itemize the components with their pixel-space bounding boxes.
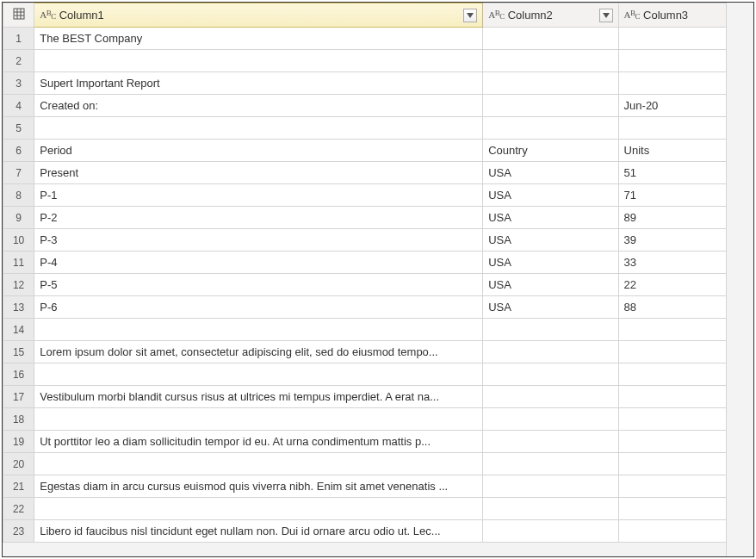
data-cell[interactable] xyxy=(483,319,618,341)
data-cell[interactable]: USA xyxy=(483,184,618,207)
row-number-cell[interactable]: 18 xyxy=(3,408,34,431)
data-cell[interactable]: Libero id faucibus nisl tincidunt eget n… xyxy=(34,520,483,543)
data-cell[interactable]: USA xyxy=(483,162,618,184)
row-number-cell[interactable]: 10 xyxy=(3,229,34,252)
data-cell[interactable]: Created on: xyxy=(34,95,483,117)
data-cell[interactable]: Supert Important Report xyxy=(34,72,483,95)
data-cell[interactable]: Egestas diam in arcu cursus euismod quis… xyxy=(34,475,483,498)
select-all-corner[interactable] xyxy=(3,3,34,28)
row-number-cell[interactable]: 8 xyxy=(3,184,34,207)
data-cell[interactable] xyxy=(483,431,618,453)
table-row[interactable]: 19Ut porttitor leo a diam sollicitudin t… xyxy=(3,431,753,453)
data-cell[interactable]: P-5 xyxy=(34,274,483,296)
table-row[interactable]: 17Vestibulum morbi blandit cursus risus … xyxy=(3,386,753,408)
row-number-cell[interactable]: 4 xyxy=(3,95,34,117)
data-cell[interactable]: Lorem ipsum dolor sit amet, consectetur … xyxy=(34,341,483,363)
data-cell[interactable] xyxy=(34,453,483,475)
data-cell[interactable]: USA xyxy=(483,229,618,252)
data-cell[interactable]: Ut porttitor leo a diam sollicitudin tem… xyxy=(34,431,483,453)
table-row[interactable]: 7PresentUSA51 xyxy=(3,162,753,184)
table-row[interactable]: 21Egestas diam in arcu cursus euismod qu… xyxy=(3,475,753,498)
row-number-cell[interactable]: 5 xyxy=(3,117,34,140)
table-row[interactable]: 3Supert Important Report xyxy=(3,72,753,95)
data-cell[interactable] xyxy=(483,386,618,408)
data-cell[interactable] xyxy=(483,475,618,498)
data-cell[interactable] xyxy=(483,28,618,50)
table-row[interactable]: 1The BEST Company xyxy=(3,28,753,50)
data-cell[interactable] xyxy=(483,520,618,543)
row-number-cell[interactable]: 20 xyxy=(3,453,34,475)
data-cell[interactable]: USA xyxy=(483,207,618,229)
data-cell[interactable]: Present xyxy=(34,162,483,184)
data-cell[interactable] xyxy=(483,363,618,386)
row-number-cell[interactable]: 15 xyxy=(3,341,34,363)
row-number-cell[interactable]: 19 xyxy=(3,431,34,453)
row-number-cell[interactable]: 12 xyxy=(3,274,34,296)
row-number-cell[interactable]: 23 xyxy=(3,520,34,543)
table-row[interactable]: 10P-3USA39 xyxy=(3,229,753,252)
table-row[interactable]: 20 xyxy=(3,453,753,475)
data-cell[interactable] xyxy=(34,408,483,431)
table-row[interactable]: 4Created on:Jun-20 xyxy=(3,95,753,117)
row-number-cell[interactable]: 13 xyxy=(3,296,34,319)
filter-dropdown-button[interactable] xyxy=(599,9,613,22)
data-cell[interactable]: P-2 xyxy=(34,207,483,229)
table-row[interactable]: 18 xyxy=(3,408,753,431)
row-number-cell[interactable]: 2 xyxy=(3,50,34,72)
row-number-cell[interactable]: 17 xyxy=(3,386,34,408)
data-cell[interactable]: The BEST Company xyxy=(34,28,483,50)
table-row[interactable]: 14 xyxy=(3,319,753,341)
data-cell[interactable] xyxy=(34,117,483,140)
table-row[interactable]: 6PeriodCountryUnits xyxy=(3,140,753,162)
data-cell[interactable]: Period xyxy=(34,140,483,162)
filter-dropdown-button[interactable] xyxy=(463,9,477,22)
table-row[interactable]: 2 xyxy=(3,50,753,72)
data-cell[interactable] xyxy=(34,363,483,386)
data-cell[interactable] xyxy=(483,117,618,140)
data-cell[interactable]: P-4 xyxy=(34,252,483,274)
table-row[interactable]: 9P-2USA89 xyxy=(3,207,753,229)
column-header-column1[interactable]: ABC Column1 xyxy=(34,3,483,28)
row-number-cell[interactable]: 7 xyxy=(3,162,34,184)
data-cell[interactable] xyxy=(34,498,483,520)
data-cell[interactable]: USA xyxy=(483,296,618,319)
table-row[interactable]: 23Libero id faucibus nisl tincidunt eget… xyxy=(3,520,753,543)
column-header-column2[interactable]: ABC Column2 xyxy=(483,3,618,28)
data-cell[interactable]: P-3 xyxy=(34,229,483,252)
data-cell[interactable] xyxy=(34,319,483,341)
data-cell[interactable] xyxy=(483,341,618,363)
table-row[interactable]: 12P-5USA22 xyxy=(3,274,753,296)
data-cell[interactable]: Vestibulum morbi blandit cursus risus at… xyxy=(34,386,483,408)
right-gutter xyxy=(726,3,753,556)
row-number-cell[interactable]: 3 xyxy=(3,72,34,95)
table-row[interactable]: 22 xyxy=(3,498,753,520)
data-cell[interactable] xyxy=(483,50,618,72)
data-cell[interactable] xyxy=(483,95,618,117)
table-row[interactable]: 13P-6USA88 xyxy=(3,296,753,319)
data-cell[interactable] xyxy=(483,408,618,431)
row-number-cell[interactable]: 16 xyxy=(3,363,34,386)
data-cell[interactable] xyxy=(34,50,483,72)
table-row[interactable]: 11P-4USA33 xyxy=(3,252,753,274)
row-number-cell[interactable]: 22 xyxy=(3,498,34,520)
row-number-cell[interactable]: 14 xyxy=(3,319,34,341)
column-label: Column2 xyxy=(508,9,596,22)
table-row[interactable]: 15Lorem ipsum dolor sit amet, consectetu… xyxy=(3,341,753,363)
data-cell[interactable]: USA xyxy=(483,274,618,296)
row-number-cell[interactable]: 21 xyxy=(3,475,34,498)
row-number-cell[interactable]: 9 xyxy=(3,207,34,229)
row-number-cell[interactable]: 1 xyxy=(3,28,34,50)
data-cell[interactable]: P-6 xyxy=(34,296,483,319)
row-number-cell[interactable]: 6 xyxy=(3,140,34,162)
data-cell[interactable]: Country xyxy=(483,140,618,162)
data-cell[interactable]: P-1 xyxy=(34,184,483,207)
data-cell[interactable] xyxy=(483,453,618,475)
table-icon xyxy=(13,8,25,20)
table-row[interactable]: 5 xyxy=(3,117,753,140)
data-cell[interactable] xyxy=(483,72,618,95)
table-row[interactable]: 8P-1USA71 xyxy=(3,184,753,207)
table-row[interactable]: 16 xyxy=(3,363,753,386)
data-cell[interactable]: USA xyxy=(483,252,618,274)
row-number-cell[interactable]: 11 xyxy=(3,252,34,274)
data-cell[interactable] xyxy=(483,498,618,520)
